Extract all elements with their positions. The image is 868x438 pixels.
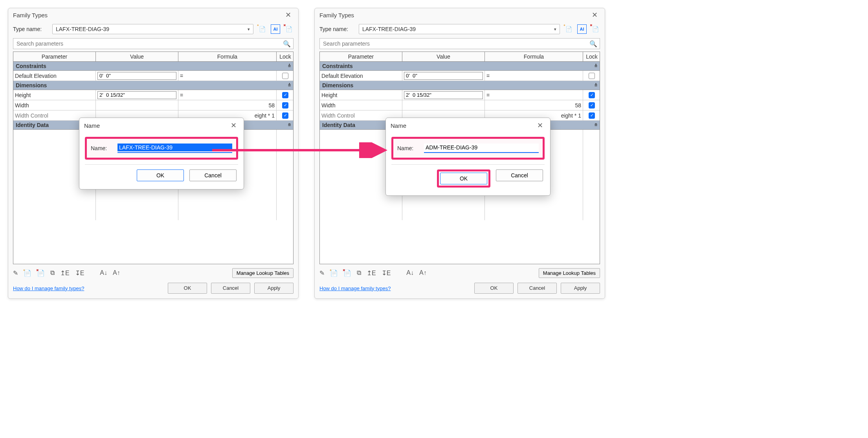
value-height[interactable] — [97, 91, 176, 99]
name-dialog-cancel-button[interactable]: Cancel — [496, 169, 543, 181]
name-label: Name: — [397, 145, 419, 151]
apply-button[interactable]: Apply — [561, 283, 600, 294]
section-constraints[interactable]: Constraints ≙ — [320, 62, 600, 71]
lock-width[interactable]: ✓ — [589, 102, 595, 109]
name-input[interactable] — [424, 144, 539, 151]
col-formula: Formula — [485, 52, 583, 61]
col-lock: Lock — [277, 52, 294, 61]
type-name-value: LAFX-TREE-DIAG-39 — [56, 26, 109, 32]
chevron-down-icon: ▾ — [248, 27, 250, 32]
sort-desc-icon[interactable]: A↑ — [113, 269, 120, 277]
lock-width-control[interactable]: ✓ — [589, 112, 595, 119]
value-height[interactable] — [404, 91, 483, 99]
help-link[interactable]: How do I manage family types? — [13, 285, 84, 291]
formula-default-elevation[interactable]: = — [485, 71, 583, 81]
lock-width[interactable]: ✓ — [282, 102, 288, 109]
type-name-select[interactable]: LAFX-TREE-DIAG-39 ▾ — [52, 24, 253, 34]
titlebar: Family Types ✕ — [315, 8, 605, 22]
search-parameters[interactable]: 🔍 — [319, 38, 600, 49]
row-height: Height = ✓ — [13, 90, 293, 100]
param-height: Height — [320, 90, 402, 100]
section-dimensions[interactable]: Dimensions ≙ — [13, 81, 293, 90]
edit-icon[interactable]: ✎ — [13, 269, 18, 277]
apply-button[interactable]: Apply — [254, 283, 294, 294]
family-types-window-before: Family Types ✕ Type name: LAFX-TREE-DIAG… — [8, 8, 299, 299]
search-icon: 🔍 — [283, 40, 291, 48]
formula-default-elevation[interactable]: = — [178, 71, 277, 81]
name-input[interactable] — [117, 144, 232, 151]
delete-param-icon[interactable]: ✖📄 — [37, 269, 45, 277]
search-input[interactable] — [16, 40, 283, 47]
col-lock: Lock — [583, 52, 600, 61]
name-dialog: Name ✕ Name: OK Cancel — [79, 118, 244, 190]
section-dimensions[interactable]: Dimensions ≙ — [320, 81, 600, 90]
help-link[interactable]: How do I manage family types? — [319, 285, 391, 291]
col-value: Value — [96, 52, 178, 61]
lock-height[interactable]: ✓ — [589, 92, 595, 98]
copy-icon[interactable]: ⧉ — [357, 269, 361, 277]
delete-type-icon[interactable]: ✖📄 — [284, 24, 294, 34]
move-up-icon[interactable]: ↥E — [367, 269, 376, 277]
type-name-select[interactable]: LAFX-TREE-DIAG-39 ▾ — [359, 24, 560, 34]
lock-height[interactable]: ✓ — [282, 92, 288, 98]
name-dialog-cancel-button[interactable]: Cancel — [189, 169, 237, 181]
close-icon[interactable]: ✕ — [589, 11, 600, 19]
name-dialog-title: Name — [391, 122, 406, 129]
lock-width-control[interactable]: ✓ — [282, 112, 288, 119]
section-constraints[interactable]: Constraints ≙ — [13, 62, 293, 71]
ok-button[interactable]: OK — [474, 283, 514, 294]
delete-type-icon[interactable]: ✖📄 — [591, 24, 600, 34]
new-type-icon[interactable]: ✦📄 — [257, 24, 267, 34]
name-field-highlight: Name: — [85, 137, 238, 160]
col-value: Value — [402, 52, 485, 61]
sort-asc-icon[interactable]: A↓ — [406, 269, 414, 277]
rename-type-icon[interactable]: AI — [577, 24, 587, 34]
collapse-icon: ≙ — [595, 63, 597, 69]
window-title: Family Types — [319, 12, 354, 18]
ok-button[interactable]: OK — [168, 283, 207, 294]
value-default-elevation[interactable] — [404, 72, 483, 80]
sort-asc-icon[interactable]: A↓ — [100, 269, 107, 277]
new-param-icon[interactable]: ✦📄 — [330, 269, 338, 277]
move-down-icon[interactable]: ↧E — [382, 269, 391, 277]
type-name-label: Type name: — [319, 26, 355, 32]
window-title: Family Types — [13, 12, 48, 18]
row-default-elevation: Default Elevation = — [320, 71, 600, 81]
formula-height[interactable]: = — [178, 90, 277, 100]
move-up-icon[interactable]: ↥E — [60, 269, 70, 277]
cancel-button[interactable]: Cancel — [211, 283, 250, 294]
lock-default-elevation[interactable] — [282, 73, 288, 79]
rename-type-icon[interactable]: AI — [271, 24, 280, 34]
cancel-button[interactable]: Cancel — [517, 283, 557, 294]
value-default-elevation[interactable] — [97, 72, 176, 80]
delete-param-icon[interactable]: ✖📄 — [343, 269, 351, 277]
expand-icon: ≘ — [288, 122, 291, 128]
close-icon[interactable]: ✕ — [283, 11, 294, 19]
param-height: Height — [13, 90, 96, 100]
chevron-down-icon: ▾ — [554, 27, 556, 32]
manage-lookup-tables-button[interactable]: Manage Lookup Tables — [232, 268, 294, 278]
name-dialog-ok-button[interactable]: OK — [137, 169, 184, 181]
new-type-icon[interactable]: ✦📄 — [564, 24, 573, 34]
move-down-icon[interactable]: ↧E — [75, 269, 84, 277]
name-dialog-ok-button[interactable]: OK — [440, 173, 487, 184]
param-width: Width — [13, 100, 96, 110]
search-icon: 🔍 — [589, 40, 597, 48]
edit-icon[interactable]: ✎ — [319, 269, 325, 277]
new-param-icon[interactable]: ✦📄 — [24, 269, 31, 277]
param-default-elevation: Default Elevation — [320, 71, 402, 81]
collapse-icon: ≙ — [288, 63, 291, 69]
name-dialog-title: Name — [84, 122, 100, 129]
copy-icon[interactable]: ⧉ — [50, 269, 55, 277]
search-input[interactable] — [322, 40, 589, 47]
param-width: Width — [320, 100, 402, 110]
manage-lookup-tables-button[interactable]: Manage Lookup Tables — [539, 268, 600, 278]
search-parameters[interactable]: 🔍 — [13, 38, 294, 49]
close-icon[interactable]: ✕ — [535, 121, 545, 130]
parameter-toolbar: ✎ ✦📄 ✖📄 ⧉ ↥E ↧E A↓ A↑ — [13, 269, 120, 277]
formula-height[interactable]: = — [485, 90, 583, 100]
lock-default-elevation[interactable] — [589, 73, 595, 79]
close-icon[interactable]: ✕ — [228, 121, 239, 130]
sort-desc-icon[interactable]: A↑ — [419, 269, 427, 277]
expand-icon: ≘ — [595, 122, 597, 128]
